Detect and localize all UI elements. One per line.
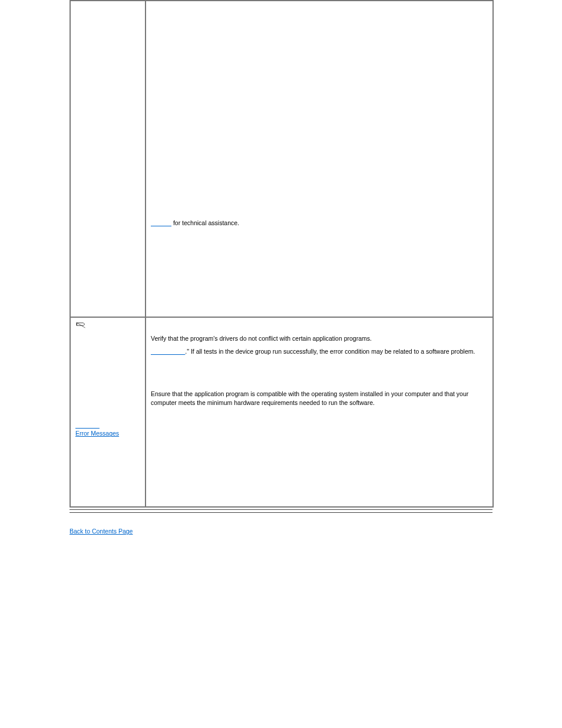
back-to-contents-link[interactable]: Back to Contents Page [70, 528, 133, 535]
error-messages-link[interactable]: Error Messages [75, 430, 119, 437]
row2-right-cell: Verify that the program's drivers do not… [146, 317, 493, 507]
row1-assist-link[interactable] [151, 219, 171, 226]
row2-mid-spacer [151, 360, 488, 390]
drivers-text: Verify that the program's drivers do not… [151, 335, 372, 342]
row1-assist-suffix: for technical assistance. [171, 219, 239, 226]
pencil-icon [75, 321, 86, 332]
diagnostics-suffix: ." If all tests in the device group run … [185, 348, 475, 355]
page: for technical assistance. Err [0, 0, 562, 728]
back-to-contents[interactable]: Back to Contents Page [70, 527, 133, 535]
row1-left-cell [70, 1, 146, 317]
row2-left-cell: Error Messages [70, 317, 146, 507]
dell-diagnostics-link[interactable] [151, 348, 185, 355]
drivers-paragraph: Verify that the program's drivers do not… [151, 334, 488, 342]
see-also-underline [75, 421, 100, 429]
troubleshooting-table: for technical assistance. Err [70, 0, 494, 508]
row2-top-spacer [151, 321, 488, 334]
row1-assist-line: for technical assistance. [151, 219, 488, 227]
diagnostics-paragraph: ." If all tests in the device group run … [151, 347, 488, 355]
see-also-label [75, 421, 140, 429]
row1-spacer [151, 9, 488, 219]
row1-right-cell: for technical assistance. [146, 1, 493, 317]
compatibility-text: Ensure that the application program is c… [151, 390, 468, 406]
section-divider [70, 509, 492, 513]
compatibility-paragraph: Ensure that the application program is c… [151, 390, 488, 406]
row2-left-spacer [75, 332, 140, 421]
